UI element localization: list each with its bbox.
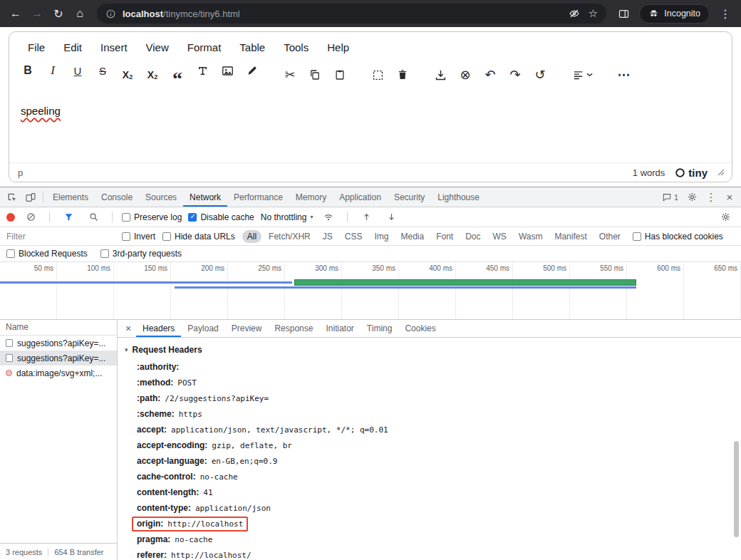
request-row-selected[interactable]: suggestions?apiKey=... [0, 351, 117, 365]
insert-image-button[interactable] [217, 61, 237, 81]
scrollbar-thumb[interactable] [734, 441, 739, 537]
menu-table[interactable]: Table [232, 38, 272, 57]
address-bar[interactable]: localhost/tinymce/tiny6.html ☆ [97, 4, 606, 24]
align-button[interactable] [568, 65, 596, 85]
menu-tools[interactable]: Tools [276, 38, 316, 57]
reload-icon[interactable]: ↻ [48, 4, 68, 24]
details-tab-preview[interactable]: Preview [225, 320, 269, 337]
has-blocked-cookies-checkbox[interactable]: Has blocked cookies [633, 232, 723, 242]
device-toolbar-icon[interactable] [21, 188, 40, 207]
copy-button[interactable] [305, 65, 325, 85]
devtools-tab-memory[interactable]: Memory [289, 187, 333, 207]
details-tab-headers[interactable]: Headers [136, 320, 181, 337]
subscript-button[interactable]: X2 [118, 61, 138, 81]
more-toolbar-button[interactable]: ⋯ [614, 65, 634, 85]
devtools-tab-lighthouse[interactable]: Lighthouse [431, 187, 486, 207]
filter-type-js[interactable]: JS [318, 230, 338, 243]
details-tab-cookies[interactable]: Cookies [398, 320, 442, 337]
details-tab-initiator[interactable]: Initiator [319, 320, 360, 337]
resize-handle-icon[interactable] [717, 169, 725, 176]
tiny-branding[interactable]: tiny [675, 167, 708, 179]
home-icon[interactable]: ⌂ [70, 4, 90, 24]
element-path[interactable]: p [18, 167, 23, 178]
filter-type-doc[interactable]: Doc [460, 230, 485, 243]
forward-icon[interactable]: → [27, 4, 47, 24]
export-har-icon[interactable] [382, 208, 400, 227]
request-row[interactable]: suggestions?apiKey=... [0, 336, 117, 351]
record-icon[interactable] [6, 213, 15, 222]
undo-button[interactable]: ↶ [480, 65, 500, 85]
blockquote-button[interactable]: “ [167, 69, 187, 89]
details-tab-timing[interactable]: Timing [361, 320, 399, 337]
devtools-tab-network[interactable]: Network [183, 187, 227, 207]
disable-cache-checkbox[interactable]: Disable cache [188, 212, 254, 222]
save-button[interactable] [430, 65, 450, 85]
details-tab-response[interactable]: Response [268, 320, 319, 337]
site-info-icon[interactable] [105, 9, 116, 19]
filter-type-fetch-xhr[interactable]: Fetch/XHR [264, 230, 316, 243]
devtools-settings-icon[interactable] [683, 188, 701, 207]
throttling-select[interactable]: No throttling▾ [261, 212, 314, 222]
misspelled-word[interactable]: speeling [21, 105, 61, 117]
strikethrough-button[interactable]: S [93, 61, 113, 81]
network-settings-icon[interactable] [716, 208, 735, 227]
issues-button[interactable]: 1 [659, 192, 681, 202]
menu-edit[interactable]: Edit [56, 38, 89, 57]
filter-type-other[interactable]: Other [594, 230, 626, 243]
devtools-tab-sources[interactable]: Sources [139, 187, 183, 207]
inspect-icon[interactable] [3, 188, 21, 207]
delete-button[interactable] [393, 65, 413, 85]
permanent-pen-button[interactable] [242, 61, 262, 81]
devtools-tab-security[interactable]: Security [388, 187, 431, 207]
format-painter-button[interactable] [192, 61, 212, 81]
filter-type-ws[interactable]: WS [488, 230, 512, 243]
menu-file[interactable]: File [21, 38, 52, 57]
cancel-button[interactable]: ⊗ [455, 65, 475, 85]
details-tab-payload[interactable]: Payload [181, 320, 224, 337]
select-all-button[interactable] [368, 65, 388, 85]
filter-input[interactable] [6, 232, 115, 242]
request-headers-section-toggle[interactable]: ▾ Request Headers [118, 341, 741, 359]
menu-view[interactable]: View [139, 38, 176, 57]
filter-icon[interactable] [59, 208, 78, 227]
menu-insert[interactable]: Insert [93, 38, 135, 57]
superscript-button[interactable]: X2 [142, 61, 162, 81]
invert-checkbox[interactable]: Invert [122, 232, 155, 242]
browser-menu-icon[interactable]: ⋮ [715, 4, 735, 24]
paste-button[interactable] [330, 65, 350, 85]
name-column-header[interactable]: Name [0, 320, 117, 336]
devtools-tab-performance[interactable]: Performance [227, 187, 289, 207]
clear-icon[interactable] [21, 208, 40, 227]
blocked-requests-checkbox[interactable]: Blocked Requests [6, 249, 88, 259]
devtools-close-icon[interactable]: × [721, 191, 738, 203]
italic-button[interactable]: I [43, 61, 63, 81]
side-panel-icon[interactable] [613, 4, 633, 24]
filter-type-media[interactable]: Media [395, 230, 429, 243]
cut-button[interactable]: ✂ [280, 65, 300, 85]
devtools-tab-elements[interactable]: Elements [46, 187, 95, 207]
filter-type-wasm[interactable]: Wasm [514, 230, 548, 243]
devtools-tab-console[interactable]: Console [95, 187, 139, 207]
filter-type-img[interactable]: Img [369, 230, 393, 243]
filter-type-font[interactable]: Font [431, 230, 458, 243]
third-party-requests-checkbox[interactable]: 3rd-party requests [100, 249, 182, 259]
word-count[interactable]: 1 words [633, 167, 665, 178]
editor-content-area[interactable]: speeling [9, 94, 732, 162]
restore-draft-button[interactable]: ↺ [530, 65, 550, 85]
network-conditions-icon[interactable] [319, 208, 338, 227]
request-row[interactable]: data:image/svg+xml;... [0, 365, 117, 380]
back-icon[interactable]: ← [6, 4, 26, 24]
devtools-menu-icon[interactable]: ⋮ [703, 191, 720, 204]
preserve-log-checkbox[interactable]: Preserve log [122, 212, 182, 222]
eye-blocked-icon[interactable] [569, 8, 580, 19]
filter-type-manifest[interactable]: Manifest [549, 230, 591, 243]
bookmark-star-icon[interactable]: ☆ [589, 7, 598, 20]
search-icon[interactable] [84, 208, 103, 227]
hide-data-urls-checkbox[interactable]: Hide data URLs [162, 232, 235, 242]
redo-button[interactable]: ↷ [505, 65, 525, 85]
filter-type-css[interactable]: CSS [340, 230, 368, 243]
network-overview-timeline[interactable]: 50 ms 100 ms 150 ms 200 ms 250 ms 300 ms… [0, 262, 741, 320]
menu-help[interactable]: Help [320, 38, 356, 57]
import-har-icon[interactable] [357, 208, 375, 227]
menu-format[interactable]: Format [180, 38, 229, 57]
